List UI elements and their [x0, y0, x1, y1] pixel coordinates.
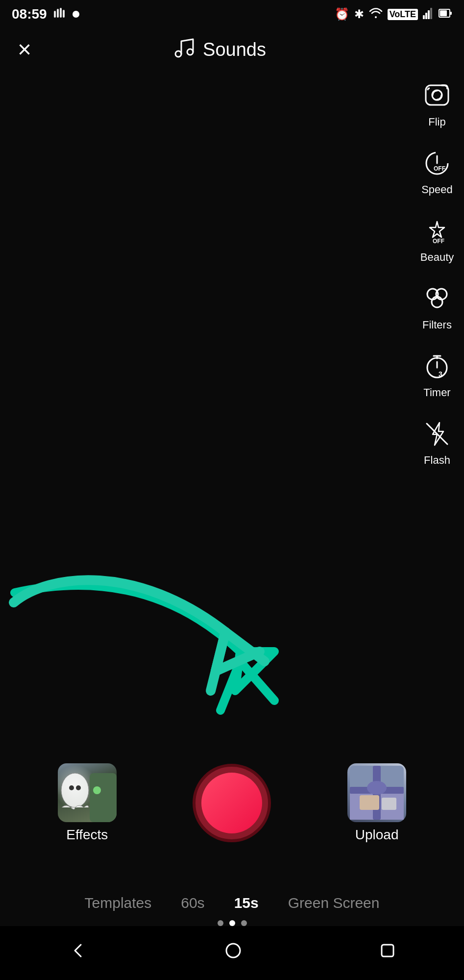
svg-point-37 [226, 944, 240, 957]
recents-button[interactable] [380, 943, 395, 958]
svg-point-11 [175, 51, 181, 57]
tab-dot-templates [218, 920, 223, 926]
svg-point-25 [69, 785, 74, 790]
svg-rect-1 [57, 9, 59, 18]
svg-rect-6 [428, 10, 430, 19]
svg-point-28 [93, 786, 101, 794]
tab-dot-15s [229, 920, 235, 926]
home-button[interactable] [224, 942, 242, 959]
tab-15s[interactable]: 15s [234, 890, 259, 916]
alarm-icon: ⏰ [335, 7, 349, 21]
record-button-inner [201, 773, 262, 833]
effects-thumbnail [58, 763, 117, 822]
time-display: 08:59 [12, 6, 47, 22]
tab-60s[interactable]: 60s [181, 890, 204, 916]
svg-rect-3 [63, 10, 65, 18]
back-button[interactable] [69, 942, 87, 959]
svg-rect-7 [430, 8, 432, 19]
svg-point-12 [187, 49, 193, 55]
svg-text:OFF: OFF [433, 238, 444, 245]
tab-templates[interactable]: Templates [85, 890, 152, 916]
tab-green-screen[interactable]: Green Screen [288, 890, 380, 916]
status-right: ⏰ ✱ VoLTE [335, 7, 452, 21]
svg-text:OFF: OFF [434, 165, 445, 172]
upload-label: Upload [355, 827, 399, 843]
speed-label: Speed [421, 183, 453, 196]
mode-tabs: Templates 60s 15s Green Screen [0, 890, 464, 916]
flip-label: Flip [428, 116, 445, 128]
svg-rect-10 [450, 12, 452, 15]
effects-label: Effects [66, 827, 108, 843]
flip-button[interactable]: Flip [420, 78, 454, 128]
close-button[interactable]: × [18, 38, 31, 61]
filters-label: Filters [422, 319, 452, 331]
svg-rect-4 [423, 15, 425, 19]
volte-icon: VoLTE [388, 9, 418, 20]
flash-button[interactable]: Flash [420, 417, 454, 467]
tab-indicator [218, 920, 247, 926]
speed-button[interactable]: OFF Speed [420, 146, 454, 196]
flash-label: Flash [424, 454, 450, 467]
upload-button[interactable]: Upload [347, 763, 406, 843]
svg-rect-27 [90, 773, 117, 822]
svg-rect-0 [54, 11, 56, 18]
sounds-title-container: Sounds [172, 36, 266, 63]
svg-rect-38 [382, 945, 393, 956]
effects-button[interactable]: Effects [58, 763, 117, 843]
svg-point-26 [76, 785, 81, 790]
screen: 08:59 ⏰ ✱ VoLTE [0, 0, 464, 980]
bottom-controls: Effects [0, 763, 464, 843]
speed-icon: OFF [420, 146, 454, 180]
tab-dot-60s [241, 920, 247, 926]
effects-thumb-content [58, 763, 117, 822]
android-nav-bar [0, 926, 464, 980]
flash-icon [420, 417, 454, 451]
svg-rect-35 [360, 795, 379, 810]
right-toolbar: Flip OFF Speed OFF Beauty [420, 78, 454, 467]
flip-icon [420, 78, 454, 113]
beauty-icon: OFF [420, 214, 454, 248]
timer-label: Timer [423, 386, 450, 399]
sounds-label: Sounds [203, 39, 266, 60]
music-icon [172, 36, 196, 63]
timer-icon: 3 [420, 349, 454, 383]
upload-thumbnail [347, 763, 406, 822]
status-left: 08:59 [12, 6, 79, 23]
svg-rect-5 [425, 13, 427, 19]
svg-rect-2 [60, 8, 62, 18]
svg-point-24 [61, 773, 89, 807]
wifi-icon [369, 7, 383, 21]
record-button[interactable] [193, 764, 271, 842]
battery-icon [439, 7, 452, 21]
beauty-button[interactable]: OFF Beauty [420, 214, 454, 264]
upload-thumb-content [347, 763, 406, 822]
top-bar: × Sounds [0, 26, 464, 68]
bluetooth-icon: ✱ [354, 7, 364, 21]
svg-rect-9 [440, 10, 447, 16]
svg-point-34 [367, 781, 387, 795]
status-bar: 08:59 ⏰ ✱ VoLTE [0, 0, 464, 26]
beauty-label: Beauty [420, 251, 454, 264]
signal-icon [423, 7, 434, 21]
svg-text:3: 3 [439, 370, 442, 378]
timer-button[interactable]: 3 Timer [420, 349, 454, 399]
svg-rect-36 [382, 798, 396, 810]
filters-icon [420, 281, 454, 316]
dot-icon [73, 11, 79, 18]
equalizer-icon [53, 6, 67, 23]
filters-button[interactable]: Filters [420, 281, 454, 331]
teal-arrow-annotation [0, 553, 464, 740]
